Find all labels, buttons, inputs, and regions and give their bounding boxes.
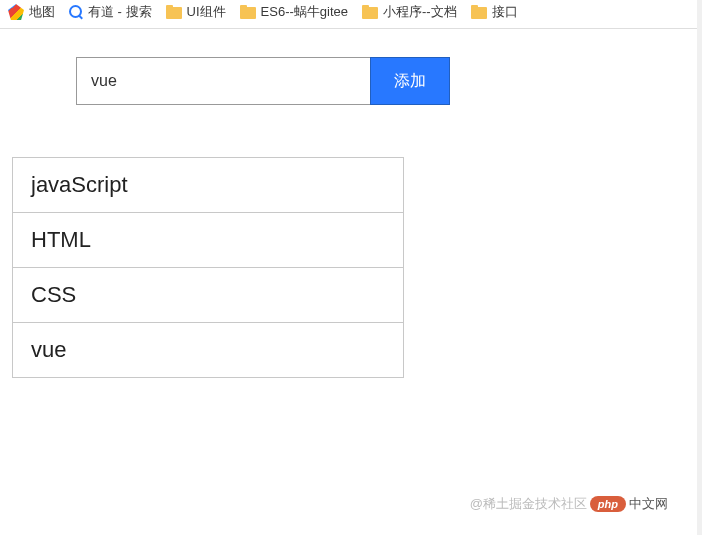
bookmark-label: 地图 — [29, 3, 55, 21]
bookmark-label: ES6--蜗牛gitee — [261, 3, 348, 21]
bookmark-label: 接口 — [492, 3, 518, 21]
bookmark-item-maps[interactable]: 地图 — [8, 3, 55, 21]
bookmark-label: 有道 - 搜索 — [88, 3, 152, 21]
bookmark-item-api[interactable]: 接口 — [471, 3, 518, 21]
php-badge: php — [590, 496, 626, 512]
bookmark-label: 小程序--文档 — [383, 3, 457, 21]
folder-icon — [362, 5, 378, 19]
bookmarks-bar: 地图 有道 - 搜索 UI组件 ES6--蜗牛gitee 小程序--文档 接口 — [0, 0, 702, 24]
item-input[interactable] — [76, 57, 370, 105]
list-item[interactable]: HTML — [13, 213, 403, 268]
bookmark-item-youdao[interactable]: 有道 - 搜索 — [69, 3, 152, 21]
folder-icon — [166, 5, 182, 19]
watermark: @稀土掘金技术社区 php 中文网 — [470, 495, 668, 513]
folder-icon — [240, 5, 256, 19]
search-icon — [69, 5, 83, 19]
vertical-scrollbar[interactable] — [697, 0, 702, 535]
maps-icon — [8, 4, 24, 20]
bookmark-label: UI组件 — [187, 3, 226, 21]
folder-icon — [471, 5, 487, 19]
watermark-prefix: @稀土掘金技术社区 — [470, 495, 587, 513]
add-button[interactable]: 添加 — [370, 57, 450, 105]
content-area: 添加 javaScript HTML CSS vue — [0, 29, 702, 378]
list-item[interactable]: vue — [13, 323, 403, 378]
bookmark-item-es6[interactable]: ES6--蜗牛gitee — [240, 3, 348, 21]
list-item[interactable]: javaScript — [13, 158, 403, 213]
bookmark-item-miniprogram[interactable]: 小程序--文档 — [362, 3, 457, 21]
bookmark-item-ui[interactable]: UI组件 — [166, 3, 226, 21]
item-list: javaScript HTML CSS vue — [12, 157, 404, 378]
list-item[interactable]: CSS — [13, 268, 403, 323]
watermark-suffix: 中文网 — [629, 495, 668, 513]
input-row: 添加 — [76, 57, 690, 105]
